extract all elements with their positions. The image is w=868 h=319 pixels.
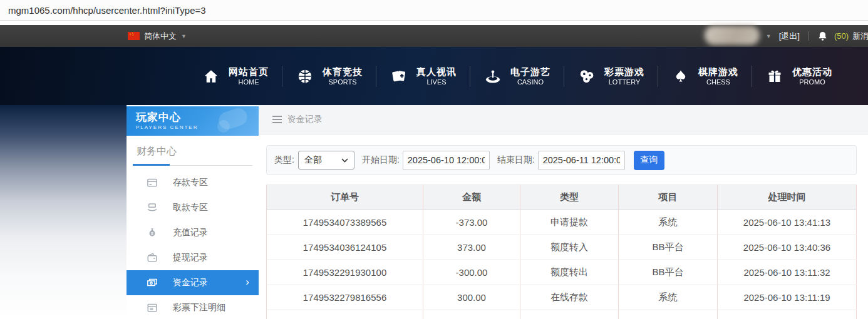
cell-process-time: 2025-06-10 13:41:13 xyxy=(718,210,857,235)
end-date-input[interactable] xyxy=(538,151,625,170)
sidebar-item-withdrawal-records[interactable]: 提现记录 xyxy=(127,245,259,270)
cell-order-no: 1749534036124105 xyxy=(267,235,423,260)
nav-item-sports[interactable]: 体育竞技 SPORTS xyxy=(282,66,376,87)
funds-records-table: 订单号 金额 类型 项目 处理时间 1749534073389565 -373.… xyxy=(266,185,857,319)
sidebar-item-label: 取款专区 xyxy=(173,202,208,213)
sidebar-item-label: 存款专区 xyxy=(173,177,208,188)
table-row-partial xyxy=(267,310,857,319)
main-navbar: 网站首页 HOME 体育竞技 SPORTS xyxy=(0,47,868,105)
table-row: 1749534036124105 373.00 额度转入 BB平台 2025-0… xyxy=(267,235,857,260)
cell-project: BB平台 xyxy=(619,235,718,260)
start-date-label: 开始日期: xyxy=(362,154,400,166)
cell-type: 额度转入 xyxy=(520,235,619,260)
home-icon xyxy=(202,67,220,86)
bet-detail-icon xyxy=(146,302,158,314)
sidebar-item-lottery-bet-details[interactable]: 彩票下注明细 xyxy=(127,295,259,319)
sidebar: 玩家中心 PLAYERS CENTER 财务中心 存款专区 取款 xyxy=(127,106,259,319)
cell-type: 额度转出 xyxy=(520,260,619,285)
lottery-balls-icon xyxy=(577,67,596,86)
divider xyxy=(809,31,809,41)
spade-icon xyxy=(671,67,690,86)
message-count[interactable]: (50) xyxy=(834,31,849,41)
cell-project: 系统 xyxy=(619,285,718,310)
sidebar-item-label: 充值记录 xyxy=(173,227,208,238)
cell-amount: -373.00 xyxy=(423,210,520,235)
chevron-right-icon: › xyxy=(245,276,249,288)
col-header-amount: 金额 xyxy=(423,185,520,210)
filter-bar: 类型: 全部 开始日期: 结束日期: 查询 xyxy=(266,145,857,175)
username-blurred[interactable] xyxy=(705,26,760,45)
col-header-type: 类型 xyxy=(520,185,619,210)
search-button[interactable]: 查询 xyxy=(634,151,664,170)
col-header-process-time: 处理时间 xyxy=(718,185,857,210)
gamepad-watermark-icon xyxy=(217,120,230,133)
playing-cards-icon xyxy=(390,67,408,86)
page: mgm1065.com/hhcp/usercenter.html?iniType… xyxy=(0,0,868,319)
cell-order-no: 1749534073389565 xyxy=(267,210,423,235)
cell-project: 系统 xyxy=(619,210,718,235)
funds-record-icon xyxy=(146,277,158,289)
sidebar-item-deposit-zone[interactable]: 存款专区 xyxy=(127,170,259,195)
main-content: 资金记录 类型: 全部 开始日期: 结束日期: 查询 订单号 金额 类型 xyxy=(259,105,868,319)
logout-link[interactable]: [退出] xyxy=(779,31,800,42)
cell-amount: 373.00 xyxy=(423,235,520,260)
col-header-project: 项目 xyxy=(619,185,718,210)
sidebar-item-recharge-records[interactable]: 充值记录 xyxy=(127,220,259,245)
table-row: 1749532291930100 -300.00 额度转出 BB平台 2025-… xyxy=(267,260,857,285)
sidebar-item-funds-records[interactable]: 资金记录 › xyxy=(127,270,259,295)
page-background xyxy=(0,105,127,319)
sidebar-item-withdraw-zone[interactable]: 取款专区 xyxy=(127,195,259,220)
sidebar-item-label: 提现记录 xyxy=(173,252,208,263)
col-header-order-no: 订单号 xyxy=(267,185,423,210)
table-row: 1749534073389565 -373.00 申请提款 系统 2025-06… xyxy=(267,210,857,235)
gift-icon xyxy=(765,67,784,86)
money-bag-icon xyxy=(146,227,158,239)
players-center-header: 玩家中心 PLAYERS CENTER xyxy=(127,106,259,136)
end-date-label: 结束日期: xyxy=(497,154,535,166)
bell-icon[interactable] xyxy=(817,31,828,42)
nav-item-chess[interactable]: 棋牌游戏 CHESS xyxy=(658,66,752,87)
nav-item-casino[interactable]: 电子游艺 CASINO xyxy=(470,66,564,87)
account-topbar: 简体中文 ▼ ▼ [退出] (50) 新消息 xyxy=(0,25,868,47)
cell-process-time: 2025-06-10 13:40:36 xyxy=(718,235,857,260)
breadcrumb-label: 资金记录 xyxy=(287,114,323,125)
language-label: 简体中文 xyxy=(144,31,177,42)
cell-amount: -300.00 xyxy=(423,260,520,285)
hamburger-icon xyxy=(272,116,282,123)
language-selector[interactable]: 简体中文 ▼ xyxy=(128,25,187,47)
nav-item-lottery[interactable]: 彩票游戏 LOTTERY xyxy=(564,66,658,87)
nav-item-promo[interactable]: 优惠活动 PROMO xyxy=(752,66,845,87)
start-date-input[interactable] xyxy=(403,151,490,170)
type-label: 类型: xyxy=(274,154,294,166)
sidebar-item-label: 彩票下注明细 xyxy=(173,302,225,313)
cell-amount: 300.00 xyxy=(423,285,520,310)
section-divider xyxy=(133,164,252,166)
cell-process-time: 2025-06-10 13:11:32 xyxy=(718,260,857,285)
chevron-down-icon: ▼ xyxy=(181,33,187,39)
nav-item-lives[interactable]: 真人视讯 LIVES xyxy=(376,66,470,87)
browser-address-bar[interactable]: mgm1065.com/hhcp/usercenter.html?iniType… xyxy=(0,0,868,21)
breadcrumb: 资金记录 xyxy=(259,105,868,134)
nav-item-home[interactable]: 网站首页 HOME xyxy=(189,66,282,87)
wallet-icon xyxy=(146,252,158,264)
sidebar-item-label: 资金记录 xyxy=(173,277,208,288)
type-select[interactable]: 全部 xyxy=(298,151,354,170)
cell-order-no: 1749532279816556 xyxy=(267,285,423,310)
section-title-finance-center: 财务中心 xyxy=(127,136,259,158)
chevron-down-icon[interactable]: ▼ xyxy=(766,33,772,39)
table-row: 1749532279816556 300.00 在线存款 系统 2025-06-… xyxy=(267,285,857,310)
cell-order-no: 1749532291930100 xyxy=(267,260,423,285)
cell-project: BB平台 xyxy=(619,260,718,285)
new-messages-link[interactable]: 新消息 xyxy=(852,31,868,42)
basketball-icon xyxy=(296,67,314,86)
cell-process-time: 2025-06-10 13:11:19 xyxy=(718,285,857,310)
page-url: mgm1065.com/hhcp/usercenter.html?iniType… xyxy=(8,5,206,16)
china-flag-icon xyxy=(128,32,140,40)
chevron-down-icon xyxy=(341,158,348,163)
cell-type: 申请提款 xyxy=(520,210,619,235)
withdraw-hand-icon xyxy=(146,202,158,214)
deposit-card-icon xyxy=(146,177,158,189)
table-header-row: 订单号 金额 类型 项目 处理时间 xyxy=(267,185,857,210)
cell-type: 在线存款 xyxy=(520,285,619,310)
roulette-icon xyxy=(483,67,502,86)
